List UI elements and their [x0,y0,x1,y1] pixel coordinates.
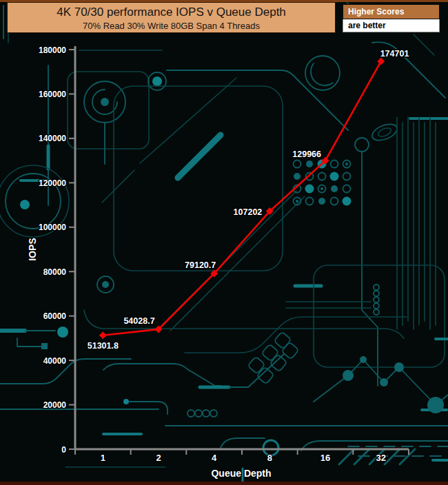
note-line-2: are better [343,19,440,32]
chart-title: 4K 70/30 performance IOPS v Queue Depth [8,4,335,20]
series-line [103,61,380,336]
y-tick-label: 100000 [39,223,66,232]
data-point-marker [377,58,385,65]
data-point-label: 79120.7 [185,260,216,270]
data-point-label: 107202 [234,207,263,217]
y-tick-label: 160000 [39,90,66,99]
x-tick-label: 2 [156,453,161,463]
y-tick-label: 180000 [39,45,66,55]
screenshot-root: IOPS Queue Depth 02000040000600008000010… [0,0,448,485]
data-point-label: 54028.7 [123,316,154,326]
x-tick-label: 4 [212,453,217,463]
data-point-label: 51301.8 [88,341,119,351]
x-axis-title: Queue Depth [211,468,271,479]
y-tick-label: 20000 [43,400,67,410]
x-tick-label: 32 [376,453,385,463]
y-tick-label: 140000 [39,134,66,143]
iops-line-chart: IOPS Queue Depth 02000040000600008000010… [0,0,448,485]
x-tick-label: 8 [267,453,272,463]
x-tick-label: 1 [101,453,105,463]
data-point-label: 174701 [380,49,409,59]
y-tick-label: 0 [61,445,66,455]
y-tick-label: 40000 [43,356,67,366]
higher-scores-note: Higher Scores are better [343,4,440,32]
chart-subtitle: 70% Read 30% Write 80GB Span 4 Threads [8,20,335,32]
bottom-border-strip [0,482,448,485]
note-line-1: Higher Scores [343,4,440,19]
data-point-label: 129966 [292,149,321,159]
x-tick-label: 16 [320,453,330,463]
y-tick-label: 120000 [39,178,66,188]
y-tick-label: 60000 [43,311,67,321]
chart-title-box: 4K 70/30 performance IOPS v Queue Depth … [7,2,336,33]
y-tick-label: 80000 [43,267,67,277]
y-axis-title: IOPS [27,238,38,260]
data-point-marker [99,331,107,339]
